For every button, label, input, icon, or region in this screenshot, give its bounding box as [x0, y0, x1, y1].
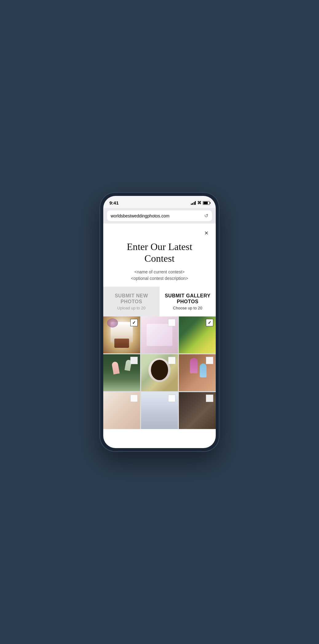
photo-cell-3[interactable]: ✓ [179, 316, 216, 353]
photo-checkbox-2[interactable] [168, 319, 175, 326]
tab-new-photos[interactable]: SUBMIT NEW PHOTOS Upload up to 20 [103, 287, 160, 316]
photo-checkbox-4[interactable] [130, 357, 138, 364]
modal-title-area: Enter Our Latest Contest <name of curren… [103, 238, 216, 287]
modal: × Enter Our Latest Contest <name of curr… [103, 224, 216, 448]
photo-cell-1[interactable]: ✓ [103, 316, 140, 353]
checkmark-3: ✓ [208, 320, 211, 325]
address-bar: worldsbestweddingphotos.com ↻ [103, 208, 216, 224]
main-content: × Enter Our Latest Contest <name of curr… [103, 224, 216, 448]
photo-cell-8[interactable] [141, 392, 178, 429]
wifi-icon: ⌘ [197, 201, 201, 205]
photo-checkbox-6[interactable] [206, 357, 213, 364]
phone-frame: 9:41 ⌘ worldsbestweddingphotos.com ↻ [100, 192, 219, 452]
tab-gallery-title: SUBMIT GALLERY PHOTOS [163, 293, 212, 304]
status-bar: 9:41 ⌘ [103, 196, 216, 208]
photo-checkbox-9[interactable] [206, 395, 213, 402]
tab-gallery-photos[interactable]: SUBMIT GALLERY PHOTOS Choose up to 20 [160, 287, 216, 316]
reload-icon[interactable]: ↻ [204, 213, 208, 219]
photo-cell-6[interactable] [179, 354, 216, 391]
url-text: worldsbestweddingphotos.com [111, 213, 169, 218]
photo-cell-2[interactable] [141, 316, 178, 353]
modal-title: Enter Our Latest Contest [111, 241, 208, 264]
photo-cell-9[interactable] [179, 392, 216, 429]
photo-grid: ✓ ✓ [103, 316, 216, 429]
tab-new-subtitle: Upload up to 20 [107, 306, 156, 310]
status-time: 9:41 [109, 200, 119, 205]
photo-checkbox-1[interactable]: ✓ [130, 319, 138, 326]
modal-contest-name: <name of current contest> <optional cont… [111, 269, 208, 282]
photo-checkbox-8[interactable] [168, 395, 175, 402]
tab-new-title: SUBMIT NEW PHOTOS [107, 293, 156, 304]
photo-checkbox-7[interactable] [130, 395, 138, 402]
signal-icon [191, 201, 196, 205]
tab-gallery-subtitle: Choose up to 20 [163, 306, 212, 310]
phone-screen: 9:41 ⌘ worldsbestweddingphotos.com ↻ [103, 196, 216, 448]
tab-section: SUBMIT NEW PHOTOS Upload up to 20 SUBMIT… [103, 287, 216, 316]
photo-cell-4[interactable] [103, 354, 140, 391]
battery-icon [203, 201, 210, 205]
photo-checkbox-5[interactable] [168, 357, 175, 364]
modal-content: × Enter Our Latest Contest <name of curr… [103, 224, 216, 448]
photo-cell-5[interactable] [141, 354, 178, 391]
photo-checkbox-3[interactable]: ✓ [206, 319, 213, 326]
photo-cell-7[interactable] [103, 392, 140, 429]
checkmark-1: ✓ [132, 320, 136, 325]
status-icons: ⌘ [191, 201, 210, 205]
close-button[interactable]: × [203, 229, 210, 238]
modal-header: × [103, 224, 216, 238]
